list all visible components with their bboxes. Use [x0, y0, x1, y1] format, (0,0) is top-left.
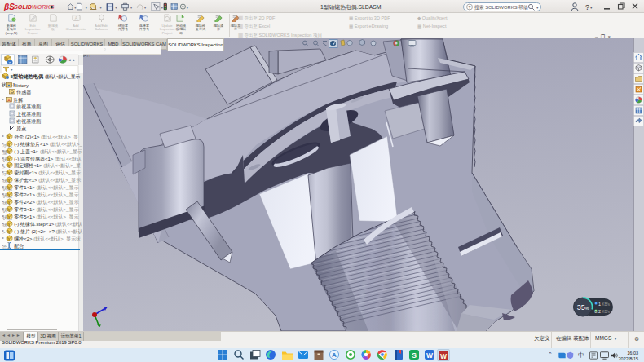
svg-text:▾: ▾ [187, 6, 189, 10]
svg-text:▾: ▾ [590, 5, 593, 10]
svg-text:▾: ▾ [536, 5, 539, 10]
svg-text:1 KB/s: 1 KB/s [598, 302, 611, 307]
svg-text:A: A [7, 97, 11, 102]
svg-text:W: W [426, 351, 434, 360]
svg-text:W: W [440, 351, 448, 360]
svg-text:▾: ▾ [115, 6, 117, 10]
svg-text:▾: ▾ [74, 6, 77, 10]
svg-text:▾: ▾ [130, 6, 133, 10]
svg-text:S: S [412, 351, 417, 360]
svg-text:▾: ▾ [144, 6, 147, 10]
svg-text:▾: ▾ [161, 6, 164, 10]
svg-text:▾: ▾ [86, 6, 88, 10]
svg-text:?: ? [468, 5, 470, 10]
svg-text:SOLIDWORKS: SOLIDWORKS [14, 3, 55, 11]
svg-text:▾: ▾ [100, 6, 103, 10]
svg-text:0.2 KB/s: 0.2 KB/s [594, 309, 610, 314]
svg-text:搜索 SOLIDWORKS 帮助: 搜索 SOLIDWORKS 帮助 [474, 4, 528, 11]
svg-text:A: A [332, 351, 337, 359]
svg-text:?: ? [585, 3, 589, 11]
